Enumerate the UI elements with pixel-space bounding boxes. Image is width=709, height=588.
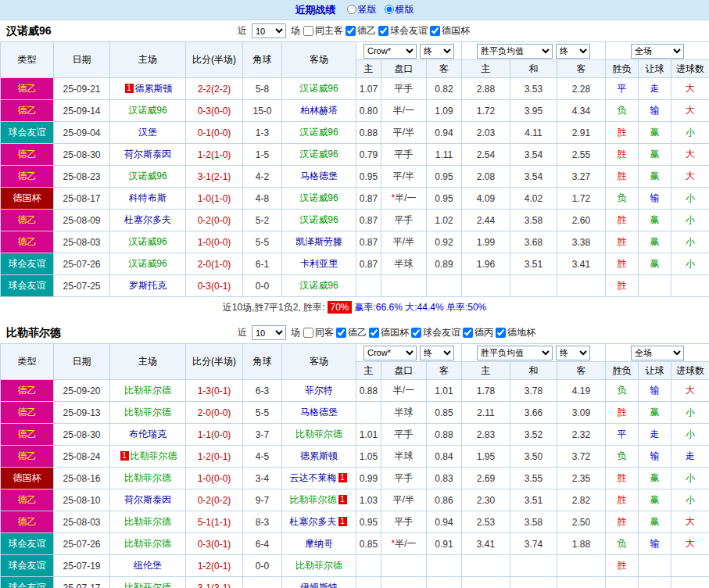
filter-checkbox-input[interactable] bbox=[346, 26, 356, 36]
home-team-link[interactable]: 荷尔斯泰因 bbox=[124, 149, 171, 160]
away-team-link[interactable]: 卡利亚里 bbox=[300, 258, 338, 269]
filter-checkbox-input[interactable] bbox=[463, 328, 473, 338]
away-team-link[interactable]: 汉诺威96 bbox=[299, 83, 338, 94]
recent-count-select[interactable]: 10 bbox=[252, 325, 286, 340]
match-score: 2-0(1-0) bbox=[186, 253, 243, 275]
avg-draw: 3.51 bbox=[510, 253, 557, 275]
layout-radio[interactable] bbox=[347, 5, 356, 14]
filter-checkbox[interactable]: 德乙 bbox=[346, 24, 376, 38]
home-team-link[interactable]: 汉堡 bbox=[138, 127, 157, 138]
odds-final-select[interactable]: 终 bbox=[420, 44, 454, 59]
result-wdl: 胜 bbox=[606, 402, 639, 424]
filter-checkbox-input[interactable] bbox=[430, 26, 440, 36]
near-label: 近 bbox=[238, 326, 247, 339]
home-team-link[interactable]: 杜塞尔多夫 bbox=[124, 214, 171, 225]
home-team-link[interactable]: 比勒菲尔德 bbox=[124, 385, 171, 396]
avg-draw: 3.53 bbox=[510, 78, 557, 100]
match-type: 德乙 bbox=[1, 144, 54, 166]
home-team-link[interactable]: 荷尔斯泰因 bbox=[124, 494, 171, 505]
match-corners: 8-3 bbox=[243, 511, 282, 533]
home-team-link[interactable]: 罗斯托克 bbox=[129, 280, 167, 291]
avg-home: 1.95 bbox=[462, 446, 510, 468]
avg-final-select[interactable]: 终 bbox=[556, 44, 590, 59]
home-team-link[interactable]: 布伦瑞克 bbox=[129, 428, 167, 439]
away-team-link[interactable]: 比勒菲尔德 bbox=[290, 494, 337, 505]
filter-checkbox-input[interactable] bbox=[303, 328, 313, 338]
layout-radio[interactable] bbox=[385, 5, 394, 14]
result-handicap bbox=[639, 555, 671, 577]
away-team-link[interactable]: 伊姆斯特 bbox=[300, 582, 338, 588]
odds-final-select[interactable]: 终 bbox=[420, 346, 454, 360]
scope-select[interactable]: 全场 bbox=[631, 44, 684, 59]
away-team-link[interactable]: 马格德堡 bbox=[300, 170, 338, 181]
away-team-link[interactable]: 马格德堡 bbox=[300, 407, 338, 418]
away-team-cell: 汉诺威96 bbox=[282, 122, 356, 144]
home-team-link[interactable]: 比勒菲尔德 bbox=[124, 538, 171, 549]
away-team-link[interactable]: 汉诺威96 bbox=[299, 192, 338, 203]
away-team-link[interactable]: 云达不莱梅 bbox=[290, 472, 337, 483]
away-team-link[interactable]: 比勒菲尔德 bbox=[295, 560, 342, 571]
filter-checkbox-input[interactable] bbox=[378, 26, 389, 36]
filter-checkbox-input[interactable] bbox=[336, 328, 346, 338]
avg-final-select[interactable]: 终 bbox=[556, 346, 590, 360]
home-team-link[interactable]: 汉诺威96 bbox=[128, 170, 167, 181]
away-team-link[interactable]: 汉诺威96 bbox=[299, 214, 338, 225]
filter-checkbox[interactable]: 同主客 bbox=[303, 24, 343, 38]
home-team-link[interactable]: 汉诺威96 bbox=[128, 105, 167, 116]
sub-col-header: 客 bbox=[557, 60, 606, 78]
away-team-link[interactable]: 柏林赫塔 bbox=[300, 105, 338, 116]
match-type: 球会友谊 bbox=[1, 555, 54, 577]
avg-draw: 3.78 bbox=[510, 380, 557, 402]
odds-away: 0.86 bbox=[427, 489, 462, 511]
sub-col-header: 进球数 bbox=[671, 362, 709, 380]
layout-option-vertical[interactable]: 竖版 bbox=[347, 3, 377, 16]
away-team-link[interactable]: 德累斯顿 bbox=[300, 450, 338, 461]
filter-checkbox[interactable]: 同客 bbox=[303, 326, 334, 339]
bookmaker-select[interactable]: Crow* bbox=[363, 44, 417, 59]
filter-checkbox[interactable]: 德乙 bbox=[336, 326, 367, 339]
away-team-link[interactable]: 杜塞尔多夫 bbox=[290, 516, 337, 527]
recent-count-select[interactable]: 10 bbox=[252, 23, 286, 38]
filter-checkbox[interactable]: 德国杯 bbox=[369, 326, 409, 339]
home-team-link[interactable]: 比勒菲尔德 bbox=[124, 407, 171, 418]
filter-checkbox[interactable]: 球会友谊 bbox=[411, 326, 460, 339]
home-team-link[interactable]: 纽伦堡 bbox=[134, 560, 162, 571]
home-team-link[interactable]: 汉诺威96 bbox=[128, 258, 167, 269]
filter-checkbox[interactable]: 德国杯 bbox=[430, 24, 470, 38]
match-row: 球会友谊25-07-19纽伦堡1-2(0-1)0-0比勒菲尔德胜 bbox=[1, 555, 709, 577]
home-team-link[interactable]: 德累斯顿 bbox=[135, 83, 173, 94]
away-team-link[interactable]: 汉诺威96 bbox=[299, 127, 338, 138]
match-corners: 4-5 bbox=[243, 446, 282, 468]
sub-col-header: 客 bbox=[427, 362, 462, 380]
away-team-link[interactable]: 摩纳哥 bbox=[305, 538, 333, 549]
home-team-link[interactable]: 比勒菲尔德 bbox=[131, 450, 177, 461]
home-team-link[interactable]: 比勒菲尔德 bbox=[124, 472, 171, 483]
away-team-link[interactable]: 菲尔特 bbox=[305, 385, 333, 396]
match-row: 球会友谊25-07-17比勒菲尔德3-1(3-1)伊姆斯特 bbox=[1, 577, 709, 588]
avg-draw: 3.74 bbox=[510, 533, 557, 555]
home-team-link[interactable]: 比勒菲尔德 bbox=[124, 516, 171, 527]
match-corners: 1-5 bbox=[243, 144, 282, 166]
away-team-link[interactable]: 汉诺威96 bbox=[299, 149, 338, 160]
odds-home: 0.79 bbox=[356, 144, 381, 166]
home-team-link[interactable]: 比勒菲尔德 bbox=[124, 582, 171, 588]
layout-option-horizontal[interactable]: 横版 bbox=[385, 3, 414, 16]
filter-checkbox-input[interactable] bbox=[369, 328, 379, 338]
away-team-link[interactable]: 凯泽斯劳滕 bbox=[295, 236, 342, 247]
away-team-link[interactable]: 比勒菲尔德 bbox=[295, 428, 342, 439]
filter-checkbox[interactable]: 德丙 bbox=[463, 326, 493, 339]
home-team-link[interactable]: 科特布斯 bbox=[129, 192, 167, 203]
filter-checkbox-input[interactable] bbox=[411, 328, 421, 338]
filter-checkbox-input[interactable] bbox=[303, 26, 313, 36]
scope-select[interactable]: 全场 bbox=[631, 346, 684, 360]
filter-checkbox-label: 同客 bbox=[315, 326, 334, 339]
bookmaker-select[interactable]: Crow* bbox=[363, 346, 417, 360]
filter-checkbox[interactable]: 德地杯 bbox=[496, 326, 535, 339]
home-team-link[interactable]: 汉诺威96 bbox=[128, 236, 167, 247]
filter-checkbox-input[interactable] bbox=[496, 328, 506, 338]
avg-type-select[interactable]: 胜平负均值 bbox=[477, 346, 553, 360]
filter-checkbox[interactable]: 球会友谊 bbox=[378, 24, 428, 38]
avg-type-select[interactable]: 胜平负均值 bbox=[477, 44, 553, 59]
odds-away: 0.95 bbox=[427, 188, 462, 210]
away-team-link[interactable]: 汉诺威96 bbox=[299, 280, 338, 291]
